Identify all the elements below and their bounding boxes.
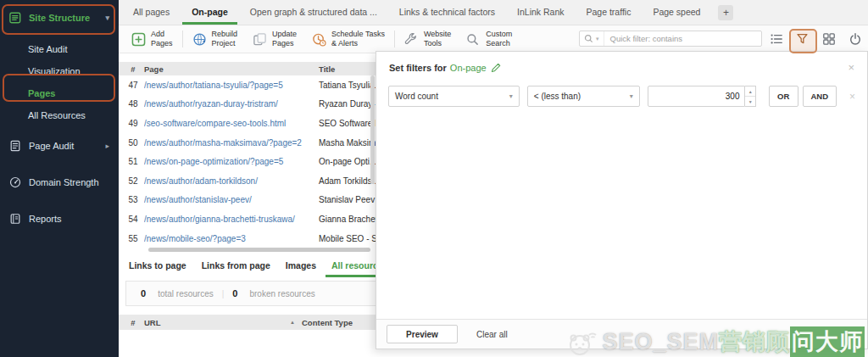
sidebar-item-domain-strength[interactable]: Domain Strength	[0, 170, 119, 194]
toolbar-right-icons	[770, 32, 862, 46]
chevron-down-icon: ▾	[105, 14, 109, 22]
tab-open-graph-structured-data[interactable]: Open graph & structured data ...	[239, 1, 388, 25]
clear-all-link[interactable]: Clear all	[476, 330, 508, 339]
rebuild-project-button[interactable]: RebuildProject	[185, 30, 246, 49]
page-link[interactable]: /news/author/gianna-brachetti-truskawa/	[144, 215, 319, 224]
structure-icon	[9, 11, 22, 24]
search-icon	[584, 34, 593, 43]
chevron-down-icon: ▾	[509, 92, 513, 100]
resources-table-header: # URL ▲ Content Type	[119, 315, 405, 330]
and-button[interactable]: AND	[803, 86, 837, 107]
filter-operator-select[interactable]: < (less than) ▾	[527, 86, 640, 107]
sidebar-item-all-resources[interactable]: All Resources	[0, 104, 119, 126]
add-pages-button[interactable]: AddPages	[124, 30, 181, 49]
toolbar-separator	[182, 31, 183, 47]
table-row[interactable]: 49 /seo-software/compare-seo-tools.html …	[119, 114, 376, 133]
broken-resources-label: broken resources	[249, 289, 314, 298]
or-button[interactable]: OR	[769, 86, 798, 107]
page-link[interactable]: /news/author/ryazan-duray-tristram/	[144, 99, 319, 109]
row-number: 47	[122, 81, 144, 90]
table-row[interactable]: 48 /news/author/ryazan-duray-tristram/ R…	[119, 95, 376, 114]
column-header-num[interactable]: #	[122, 64, 144, 74]
page-link[interactable]: /news/author/adam-torkildson/	[144, 176, 319, 186]
column-header-num[interactable]: #	[122, 318, 144, 327]
total-resources-count: 0	[141, 288, 146, 298]
resource-tab-links-to-page[interactable]: Links to page	[121, 256, 194, 277]
page-link[interactable]: /news/mobile-seo/?page=3	[144, 234, 319, 243]
custom-search-button[interactable]: CustomSearch	[459, 30, 520, 49]
table-row[interactable]: 51 /news/on-page-optimization/?page=5 On…	[119, 152, 376, 171]
update-pages-button[interactable]: UpdatePages	[245, 30, 304, 49]
tab-page-traffic[interactable]: Page traffic	[575, 1, 642, 25]
row-number: 51	[122, 157, 144, 166]
broken-resources-count: 0	[232, 288, 237, 298]
sidebar-item-reports[interactable]: Reports	[0, 206, 119, 231]
resource-tab-images[interactable]: Images	[278, 256, 324, 277]
page-link[interactable]: /news/on-page-optimization/?page=5	[144, 157, 319, 166]
page-link[interactable]: /news/author/tatiana-tsyulia/?page=5	[144, 81, 319, 90]
sidebar-nav: Site Structure ▾ Site Audit Visualizatio…	[0, 5, 119, 231]
stats-divider: |	[222, 289, 225, 298]
chevron-down-icon: ▾	[596, 36, 599, 42]
list-view-icon[interactable]	[770, 32, 783, 46]
add-pages-icon	[131, 32, 146, 47]
page-title: Mobile SEO - S...	[319, 234, 384, 243]
grid-icon[interactable]	[822, 32, 836, 46]
sidebar-item-pages[interactable]: Pages	[0, 82, 119, 104]
sidebar-item-page-audit[interactable]: Page Audit ▸	[0, 133, 119, 158]
quick-filter-input[interactable]: ▾ Quick filter: contains	[579, 31, 762, 47]
sidebar-item-site-audit[interactable]: Site Audit	[0, 38, 119, 60]
filter-field-select[interactable]: Word count ▾	[388, 86, 520, 107]
close-icon[interactable]: ×	[848, 62, 854, 73]
pencil-icon[interactable]	[491, 63, 501, 73]
stepper-up-icon[interactable]: ▲	[745, 86, 754, 97]
row-number: 53	[122, 195, 144, 204]
row-number: 48	[122, 99, 144, 109]
page-link[interactable]: /news/author/masha-maksimava/?page=2	[144, 138, 319, 148]
stepper-down-icon[interactable]: ▼	[745, 97, 754, 106]
horizontal-scrollbar[interactable]	[148, 248, 370, 252]
schedule-tasks-alerts-button[interactable]: Schedule Tasks& Alerts	[304, 30, 392, 49]
filter-condition-row: Word count ▾ < (less than) ▾ 300 ▲ ▼ OR …	[388, 86, 855, 107]
table-row[interactable]: 52 /news/author/adam-torkildson/ Adam To…	[119, 171, 376, 191]
table-row[interactable]: 53 /news/author/stanislav-peev/ Stanisla…	[119, 191, 376, 210]
toolbar: AddPages RebuildProject UpdatePages Sche…	[119, 25, 868, 53]
schedule-icon	[312, 32, 326, 47]
tab-on-page[interactable]: On-page	[181, 1, 239, 25]
remove-condition-icon[interactable]: ×	[849, 91, 855, 103]
tab-links-technical-factors[interactable]: Links & technical factors	[388, 1, 506, 25]
rebuild-project-icon	[192, 32, 207, 47]
filter-target: On-page	[450, 63, 487, 73]
sidebar-item-visualization[interactable]: Visualization	[0, 60, 119, 82]
column-header-title[interactable]: Title	[319, 64, 376, 74]
row-number: 54	[122, 215, 144, 224]
report-icon	[9, 212, 22, 225]
power-icon[interactable]	[849, 32, 862, 46]
funnel-icon[interactable]	[796, 32, 810, 46]
vertical-scrollbar[interactable]	[370, 75, 375, 184]
tab-page-speed[interactable]: Page speed	[642, 1, 711, 25]
table-row[interactable]: 50 /news/author/masha-maksimava/?page=2 …	[119, 133, 376, 153]
column-header-url[interactable]: URL ▲	[144, 318, 302, 327]
add-tab-button[interactable]: +	[718, 5, 733, 20]
table-row[interactable]: 54 /news/author/gianna-brachetti-truskaw…	[119, 209, 376, 229]
quick-filter-placeholder: Quick filter: contains	[604, 34, 683, 43]
website-tools-button[interactable]: WebsiteTools	[397, 30, 459, 49]
table-row[interactable]: 47 /news/author/tatiana-tsyulia/?page=5 …	[119, 75, 376, 95]
row-number: 49	[122, 119, 144, 128]
tab-inlink-rank[interactable]: InLink Rank	[506, 1, 575, 25]
chevron-right-icon: ▸	[105, 142, 109, 150]
preview-button[interactable]: Preview	[387, 325, 458, 343]
pages-table: # Page Title 47 /news/author/tatiana-tsy…	[119, 62, 376, 248]
resource-tab-links-from-page[interactable]: Links from page	[194, 256, 278, 277]
sidebar-item-site-structure[interactable]: Site Structure ▾	[0, 5, 119, 30]
filter-panel-title: Set filters for	[389, 63, 447, 73]
filter-value-input[interactable]: 300	[648, 86, 746, 107]
page-audit-icon	[9, 139, 22, 152]
column-header-page[interactable]: Page	[144, 64, 319, 74]
page-link[interactable]: /seo-software/compare-seo-tools.html	[144, 119, 319, 128]
toolbar-separator	[394, 31, 395, 47]
page-link[interactable]: /news/author/stanislav-peev/	[144, 195, 319, 204]
table-row[interactable]: 55 /news/mobile-seo/?page=3 Mobile SEO -…	[119, 229, 376, 248]
tab-all-pages[interactable]: All pages	[122, 1, 181, 25]
